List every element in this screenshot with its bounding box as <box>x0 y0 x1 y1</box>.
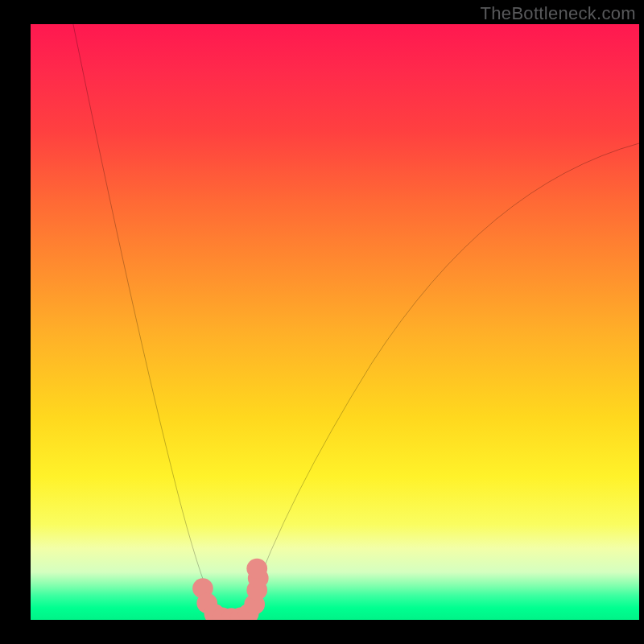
left-curve-path <box>73 24 213 605</box>
chart-container: TheBottleneck.com <box>0 0 644 644</box>
plot-area <box>31 24 639 620</box>
svg-point-10 <box>246 559 267 579</box>
bottom-marker-group <box>192 559 269 620</box>
watermark-text: TheBottleneck.com <box>481 3 636 24</box>
curve-overlay <box>31 24 639 620</box>
right-curve-path <box>250 143 639 605</box>
